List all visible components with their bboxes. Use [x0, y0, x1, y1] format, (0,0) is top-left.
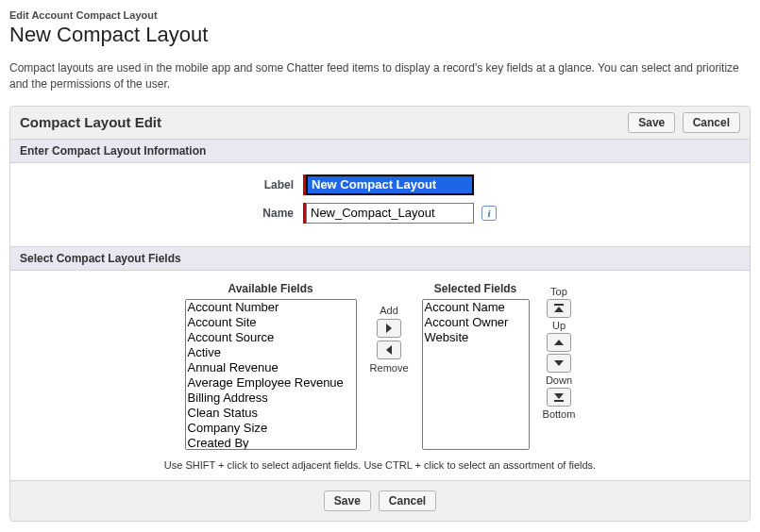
- down-button[interactable]: [547, 354, 571, 373]
- panel-footer: Save Cancel: [10, 480, 750, 521]
- list-item[interactable]: Created By: [186, 436, 356, 450]
- page-title: New Compact Layout: [9, 23, 751, 47]
- cancel-button-footer[interactable]: Cancel: [379, 490, 436, 511]
- top-label: Top: [550, 286, 567, 297]
- svg-rect-1: [554, 400, 564, 402]
- list-item[interactable]: Annual Revenue: [186, 360, 356, 375]
- name-input[interactable]: [306, 203, 474, 224]
- list-item[interactable]: Account Site: [186, 315, 356, 330]
- mover-column: Add Remove: [370, 282, 409, 374]
- available-title: Available Fields: [228, 282, 312, 295]
- top-button[interactable]: [547, 299, 571, 318]
- selected-fields-select[interactable]: Account NameAccount OwnerWebsite: [422, 299, 530, 450]
- available-fields-select[interactable]: Account NumberAccount SiteAccount Source…: [185, 299, 357, 450]
- save-button[interactable]: Save: [628, 112, 675, 133]
- list-item[interactable]: Account Name: [423, 300, 529, 315]
- list-item[interactable]: Active: [186, 345, 356, 360]
- label-label: Label: [20, 178, 303, 191]
- list-item[interactable]: Billing Address: [186, 391, 356, 406]
- section-fields-title: Select Compact Layout Fields: [10, 246, 750, 271]
- available-column: Available Fields Account NumberAccount S…: [185, 282, 357, 450]
- svg-rect-0: [554, 304, 564, 306]
- reorder-column: Top Up Down Bottom: [543, 282, 576, 420]
- save-button-footer[interactable]: Save: [324, 490, 371, 511]
- panel-title: Compact Layout Edit: [20, 114, 161, 130]
- selection-hint: Use SHIFT + click to select adjacent fie…: [20, 459, 740, 471]
- page-super-title: Edit Account Compact Layout: [9, 9, 751, 21]
- arrow-right-icon: [383, 323, 395, 334]
- fields-area: Available Fields Account NumberAccount S…: [10, 271, 750, 480]
- selected-title: Selected Fields: [434, 282, 516, 295]
- list-item[interactable]: Account Number: [186, 300, 356, 315]
- add-label: Add: [380, 305, 398, 316]
- panel-header-actions: Save Cancel: [628, 112, 740, 133]
- list-item[interactable]: Website: [423, 330, 529, 345]
- row-name: Name i: [20, 203, 740, 224]
- list-item[interactable]: Average Employee Revenue: [186, 375, 356, 391]
- info-icon[interactable]: i: [481, 206, 497, 221]
- bottom-button[interactable]: [547, 388, 571, 407]
- list-item[interactable]: Clean Status: [186, 406, 356, 421]
- section-info-title: Enter Compact Layout Information: [10, 140, 750, 163]
- row-label: Label: [20, 175, 740, 195]
- add-button[interactable]: [377, 319, 401, 338]
- up-label: Up: [552, 320, 566, 331]
- remove-label: Remove: [370, 362, 409, 374]
- arrow-left-icon: [383, 344, 395, 356]
- page-description: Compact layouts are used in the mobile a…: [9, 60, 751, 92]
- down-label: Down: [546, 374, 572, 386]
- dual-listbox: Available Fields Account NumberAccount S…: [20, 282, 740, 450]
- label-input[interactable]: [306, 175, 474, 195]
- arrow-bottom-icon: [553, 391, 565, 403]
- up-button[interactable]: [547, 333, 571, 352]
- arrow-up-icon: [553, 337, 565, 348]
- edit-panel: Compact Layout Edit Save Cancel Enter Co…: [9, 106, 751, 522]
- arrow-down-icon: [553, 357, 565, 369]
- name-label: Name: [20, 207, 303, 220]
- cancel-button[interactable]: Cancel: [683, 112, 740, 133]
- selected-column: Selected Fields Account NameAccount Owne…: [422, 282, 530, 450]
- list-item[interactable]: Account Source: [186, 330, 356, 345]
- panel-header: Compact Layout Edit Save Cancel: [10, 107, 750, 140]
- arrow-top-icon: [553, 303, 565, 314]
- list-item[interactable]: Account Owner: [423, 315, 529, 330]
- bottom-label: Bottom: [543, 408, 576, 420]
- remove-button[interactable]: [377, 341, 401, 359]
- list-item[interactable]: Company Size: [186, 421, 356, 436]
- form-area: Label Name i: [10, 163, 750, 246]
